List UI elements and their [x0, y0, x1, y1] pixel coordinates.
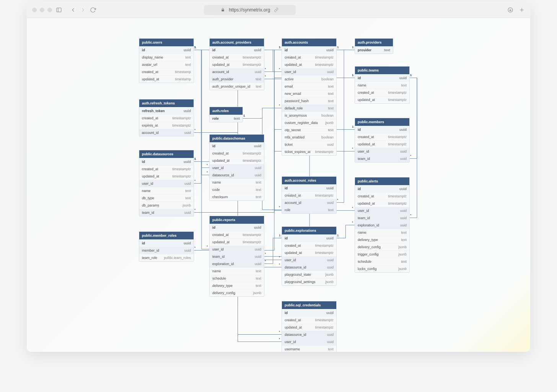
- column-name: id: [358, 128, 361, 132]
- erd-table-public_sql_credentials[interactable]: public.sql_credentialsiduuidcreated_atti…: [282, 301, 337, 352]
- column-type: text: [328, 85, 334, 88]
- share-icon[interactable]: [274, 8, 278, 12]
- column-name: created_at: [212, 151, 229, 155]
- column-type: boolean: [321, 135, 334, 139]
- table-row: created_attimestamp: [139, 68, 194, 75]
- column-type: timestamptz: [172, 116, 191, 120]
- column-type: uuid: [255, 262, 261, 266]
- table-row: user_iduuid: [355, 148, 409, 155]
- erd-table-public_members[interactable]: public.membersiduuidcreated_attimestampt…: [355, 118, 410, 163]
- column-type: uuid: [327, 201, 334, 205]
- column-type: uuid: [255, 173, 261, 177]
- erd-table-public_member_roles[interactable]: public.member_rolesiduuidmember_iduuidte…: [139, 231, 194, 262]
- column-type: timestamptz: [172, 167, 191, 171]
- table-row: updated_attimestamptz: [282, 249, 336, 256]
- column-name: updated_at: [212, 159, 230, 163]
- column-name: delivery_config: [358, 245, 381, 249]
- table-row: user_iduuid: [355, 207, 409, 214]
- column-type: jsonb: [398, 267, 407, 271]
- column-type: uuid: [254, 226, 261, 229]
- cardinality-label: 1: [410, 73, 412, 77]
- column-name: display_name: [142, 55, 163, 59]
- column-type: uuid: [327, 340, 334, 344]
- url-bar[interactable]: https://synmetrix.org: [204, 5, 296, 15]
- column-name: refresh_token: [142, 109, 165, 113]
- column-type: uuid: [326, 311, 334, 315]
- download-icon[interactable]: [507, 7, 513, 13]
- back-icon[interactable]: [70, 7, 76, 13]
- erd-table-public_explorations[interactable]: public.explorationsiduuidcreated_attimes…: [282, 226, 337, 286]
- erd-table-auth_roles[interactable]: auth.rolesroletext: [209, 107, 243, 122]
- column-name: id: [212, 144, 215, 148]
- column-type: uuid: [326, 48, 334, 52]
- table-row: providertext: [355, 46, 393, 54]
- cardinality-label: 1: [279, 234, 280, 237]
- erd-canvas[interactable]: public.usersiduuiddisplay_nametextavatar…: [27, 18, 530, 352]
- erd-table-public_datasources[interactable]: public.datasourcesiduuidcreated_attimest…: [139, 150, 194, 216]
- column-name: playground_settings: [285, 280, 316, 284]
- erd-table-public_users[interactable]: public.usersiduuiddisplay_nametextavatar…: [139, 38, 194, 83]
- cardinality-label: *: [265, 252, 266, 255]
- table-header: auth.roles: [210, 107, 243, 115]
- column-name: created_at: [285, 244, 301, 247]
- table-header: public.explorations: [282, 227, 336, 234]
- new-tab-icon[interactable]: [519, 7, 525, 13]
- table-row: emailtext: [282, 83, 336, 90]
- column-type: timestamptz: [388, 135, 407, 139]
- traffic-close[interactable]: [32, 8, 37, 12]
- column-type: timestamp: [175, 77, 191, 81]
- cardinality-label: *: [352, 221, 353, 224]
- table-row: nametext: [139, 187, 194, 194]
- column-name: id: [212, 48, 215, 52]
- table-row: db_paramsjsonb: [139, 202, 194, 209]
- column-name: username: [285, 347, 300, 351]
- erd-table-auth_providers[interactable]: auth.providersprovidertext: [355, 38, 393, 54]
- column-type: uuid: [255, 247, 261, 251]
- table-row: updated_attimestamptz: [282, 61, 336, 68]
- cardinality-label: 1: [352, 125, 353, 128]
- erd-table-auth_refresh_tokens[interactable]: auth.refresh_tokensrefresh_tokenuuidcrea…: [139, 99, 194, 137]
- column-name: updated_at: [358, 98, 375, 102]
- table-row: team_iduuid: [355, 155, 409, 162]
- table-row: created_attimestamptz: [282, 316, 336, 324]
- sidebar-toggle-icon[interactable]: [56, 7, 62, 13]
- column-type: text: [234, 117, 240, 120]
- column-name: created_at: [358, 194, 374, 198]
- column-name: id: [285, 311, 288, 315]
- table-header: auth.account_providers: [210, 39, 264, 46]
- table-row: is_anonymousboolean: [282, 112, 336, 119]
- table-row: account_iduuid: [210, 68, 264, 75]
- traffic-lights: [32, 8, 52, 12]
- column-type: text: [328, 92, 334, 96]
- cardinality-label: *: [207, 245, 208, 248]
- column-type: timestamptz: [243, 151, 261, 155]
- erd-table-auth_account_providers[interactable]: auth.account_providersiduuidcreated_atti…: [209, 38, 264, 90]
- column-name: playground_state: [285, 273, 311, 277]
- forward-icon[interactable]: [80, 7, 86, 13]
- erd-table-auth_account_roles[interactable]: auth.account_rolesiduuidcreated_attimest…: [282, 176, 337, 214]
- traffic-max[interactable]: [47, 8, 52, 12]
- column-type: timestamptz: [172, 174, 191, 178]
- erd-table-public_teams[interactable]: public.teamsiduuidnametextcreated_attime…: [355, 66, 410, 104]
- reload-icon[interactable]: [90, 7, 96, 13]
- column-type: uuid: [399, 128, 407, 132]
- browser-window: https://synmetrix.org public.usersiduuid…: [27, 2, 530, 352]
- cardinality-label: *: [207, 163, 208, 167]
- column-type: uuid: [184, 48, 191, 52]
- traffic-min[interactable]: [40, 8, 44, 12]
- column-name: id: [142, 48, 145, 52]
- erd-table-public_alerts[interactable]: public.alertsiduuidcreated_attimestamptz…: [355, 177, 410, 273]
- column-name: schedule: [358, 260, 371, 264]
- column-name: team_id: [358, 216, 370, 220]
- svg-rect-0: [57, 8, 61, 12]
- erd-table-public_dataschemas[interactable]: public.dataschemasiduuidcreated_attimest…: [209, 134, 264, 201]
- table-row: user_iduuid: [210, 246, 264, 253]
- erd-table-auth_accounts[interactable]: auth.accountsiduuidcreated_attimestamptz…: [282, 38, 337, 156]
- column-type: boolean: [321, 77, 334, 81]
- column-type: jsonb: [325, 273, 334, 277]
- table-row: iduuid: [355, 126, 409, 133]
- table-row: updated_attimestamptz: [355, 140, 409, 148]
- erd-table-public_reports[interactable]: public.reportsiduuidcreated_attimestampt…: [209, 216, 264, 297]
- table-row: locks_configjsonb: [355, 265, 409, 272]
- table-row: usernametext: [282, 345, 336, 352]
